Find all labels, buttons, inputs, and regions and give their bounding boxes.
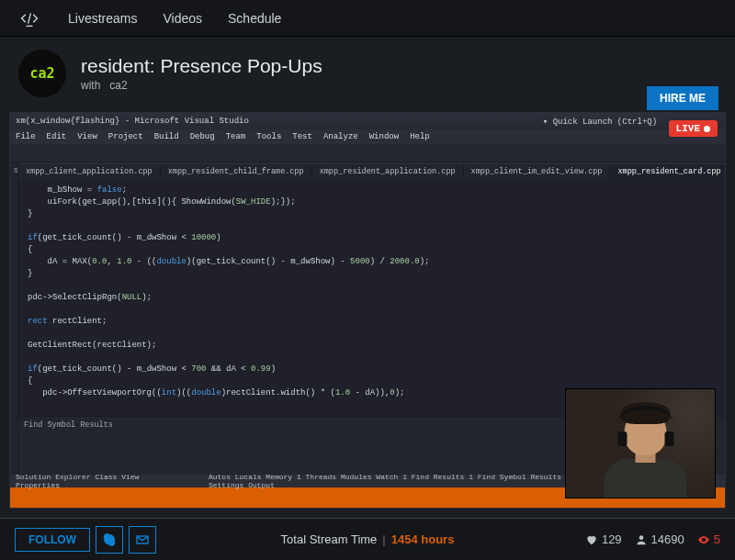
editor-tab-active: xmpp_resident_card.cpp × [610,164,726,179]
svg-point-3 [639,535,643,540]
eye-icon [697,533,710,546]
footer-bar: FOLLOW Total Stream Time | 1454 hours 12… [0,518,735,560]
editor-tab: xmpp_client_application.cpp [18,164,161,179]
with-label: with [81,79,100,92]
stream-video[interactable]: LIVE xm(x_window{flashing} - Microsoft V… [9,112,726,509]
likes-count[interactable]: 129 [585,532,622,546]
nav-livestreams[interactable]: Livestreams [68,11,137,26]
brand-logo[interactable] [17,7,42,29]
code-tv-icon [17,9,42,28]
editor-tab: xmpp_resident_application.cpp [312,164,464,179]
streamer-webcam [595,409,696,498]
email-button[interactable] [129,526,156,554]
solution-explorer: Solution Explorer app_com_xmpp_residentx… [10,162,18,487]
followers-count: 14690 [635,532,684,546]
skype-icon [102,532,117,547]
person-icon [635,533,648,546]
hire-me-button[interactable]: HIRE ME [647,86,718,110]
ide-menubar: FileEdit ViewProject BuildDebug TeamTool… [10,129,725,144]
ide-toolbar [10,144,725,162]
follow-button[interactable]: FOLLOW [15,528,90,552]
svg-line-0 [28,13,31,23]
live-viewers: 5 [697,532,720,546]
stream-title: resident: Presence Pop-Ups [81,55,322,77]
streamer-avatar[interactable]: ca2 [18,50,66,97]
title-block: resident: Presence Pop-Ups with ca2 [81,55,322,92]
editor-tabs: xmpp_client_application.cpp xmpp_residen… [18,162,726,179]
code-editor: m_bShow = false; uiFork(get_app(),[this]… [18,179,726,416]
mail-icon [135,532,150,547]
editor-tab: xmpp_client_im_edit_view.cpp [464,164,611,179]
skype-button[interactable] [96,526,123,554]
top-nav: Livestreams Videos Schedule [0,0,735,37]
webcam-overlay [565,388,716,498]
live-badge: LIVE [669,120,718,137]
stream-header: ca2 resident: Presence Pop-Ups with ca2 … [0,37,735,106]
total-stream-time: Total Stream Time | 1454 hours [281,532,455,546]
ide-titlebar: xm(x_window{flashing} - Microsoft Visual… [10,113,725,129]
heart-icon [585,533,598,546]
streamer-name[interactable]: ca2 [109,79,127,92]
nav-videos[interactable]: Videos [163,11,202,26]
editor-tab: xmpp_resident_child_frame.cpp [161,164,312,179]
nav-schedule[interactable]: Schedule [228,11,281,26]
